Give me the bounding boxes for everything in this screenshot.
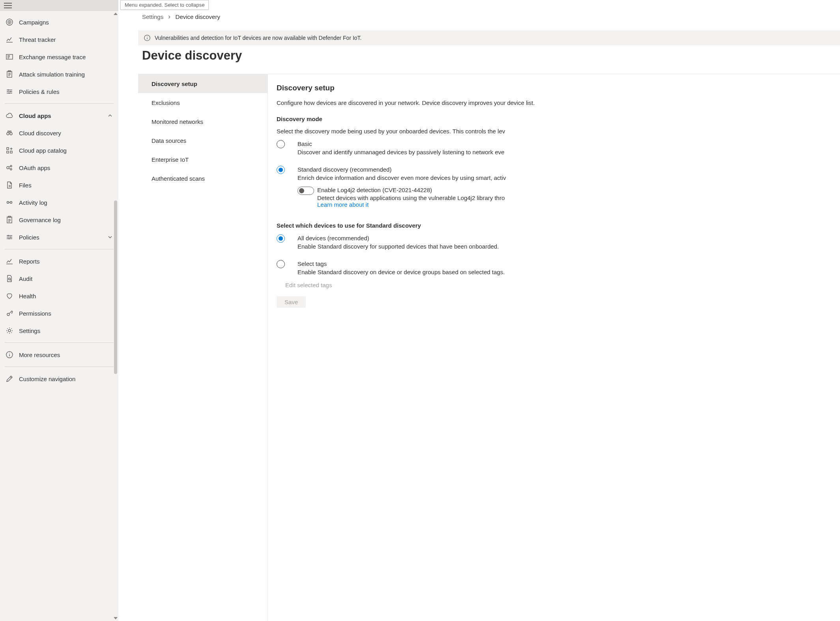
mode-basic-radio[interactable] xyxy=(277,140,285,148)
selector-tags-row: Select tags Enable Standard discovery on… xyxy=(277,260,840,275)
sidebar-item-label: Attack simulation training xyxy=(19,71,85,78)
sidebar-item-cloud-apps[interactable]: Cloud apps xyxy=(0,107,118,124)
oauth-icon xyxy=(6,164,13,172)
sidebar-item-oauth-apps[interactable]: OAuth apps xyxy=(0,159,118,176)
scroll-down-arrow[interactable] xyxy=(114,617,118,619)
sidebar-item-files[interactable]: Files xyxy=(0,176,118,194)
sidebar-item-threat-tracker[interactable]: Threat tracker xyxy=(0,31,118,48)
chart-line-icon xyxy=(6,36,13,43)
sidebar-item-label: Reports xyxy=(19,258,40,265)
info-banner-text: Vulnerabilities and detection for IoT de… xyxy=(155,35,362,41)
detail-heading: Discovery setup xyxy=(277,84,840,92)
selector-tags-title: Select tags xyxy=(297,260,505,267)
sidebar-item-label: Policies & rules xyxy=(19,88,60,95)
sidebar-item-label: Files xyxy=(19,182,32,189)
mode-basic-title: Basic xyxy=(297,140,504,147)
sidebar-item-policies[interactable]: Policies xyxy=(0,228,118,246)
discovery-mode-sub: Select the discovery mode being used by … xyxy=(277,128,840,135)
sidebar-item-policies-rules[interactable]: Policies & rules xyxy=(0,83,118,100)
clipboard-icon xyxy=(6,216,13,224)
file-icon xyxy=(6,181,13,189)
log4j-toggle[interactable] xyxy=(297,187,314,195)
log4j-row: Enable Log4j2 detection (CVE-2021-44228)… xyxy=(297,187,506,208)
chevron-up-icon xyxy=(107,113,113,118)
sidebar-item-label: Customize navigation xyxy=(19,376,75,382)
mode-standard-title: Standard discovery (recommended) xyxy=(297,166,506,173)
subnav-item-discovery-setup[interactable]: Discovery setup xyxy=(138,74,268,93)
sidebar-item-label: Cloud apps xyxy=(19,112,51,119)
sidebar-item-governance-log[interactable]: Governance log xyxy=(0,211,118,228)
sidebar-item-more-resources[interactable]: More resources xyxy=(0,346,118,363)
exchange-icon xyxy=(6,53,13,61)
sidebar-item-customize-navigation[interactable]: Customize navigation xyxy=(0,370,118,387)
sidebar-item-exchange-message-trace[interactable]: Exchange message trace xyxy=(0,48,118,65)
mode-standard-desc: Enrich device information and discover e… xyxy=(297,174,506,181)
grid-plus-icon xyxy=(6,146,13,154)
sidebar-item-activity-log[interactable]: Activity log xyxy=(0,194,118,211)
log4j-learn-more-link[interactable]: Learn more about it xyxy=(317,201,369,208)
menu-collapse-tooltip[interactable]: Menu expanded. Select to collapse xyxy=(120,0,209,10)
target-icon xyxy=(6,18,13,26)
sidebar-item-attack-simulation-training[interactable]: Attack simulation training xyxy=(0,65,118,83)
breadcrumb: Settings Device discovery xyxy=(118,0,840,20)
sidebar-item-cloud-discovery[interactable]: Cloud discovery xyxy=(0,124,118,142)
sidebar-item-label: Health xyxy=(19,293,36,299)
chevron-right-icon xyxy=(167,15,172,19)
selector-heading: Select which devices to use for Standard… xyxy=(277,222,840,229)
nav-divider xyxy=(5,367,114,367)
edit-selected-tags-link: Edit selected tags xyxy=(285,282,332,288)
sidebar-item-health[interactable]: Health xyxy=(0,287,118,305)
selector-all-title: All devices (recommended) xyxy=(297,235,499,241)
binoculars-icon xyxy=(6,129,13,137)
detail-pane: Discovery setup Configure how devices ar… xyxy=(268,74,840,621)
sub-navigation: Discovery setupExclusionsMonitored netwo… xyxy=(138,74,268,621)
heart-icon xyxy=(6,292,13,300)
detail-intro: Configure how devices are discovered in … xyxy=(277,99,840,106)
sidebar-item-label: Settings xyxy=(19,327,40,334)
nav-divider xyxy=(5,342,114,343)
breadcrumb-root[interactable]: Settings xyxy=(142,13,163,20)
selector-all-row: All devices (recommended) Enable Standar… xyxy=(277,234,840,250)
sliders-icon xyxy=(6,88,13,95)
key-icon xyxy=(6,309,13,317)
subnav-item-monitored-networks[interactable]: Monitored networks xyxy=(138,112,268,131)
pencil-icon xyxy=(6,375,13,383)
chart-line-icon xyxy=(6,257,13,265)
subnav-item-authenticated-scans[interactable]: Authenticated scans xyxy=(138,169,268,188)
sidebar-item-reports[interactable]: Reports xyxy=(0,253,118,270)
sidebar-item-cloud-app-catalog[interactable]: Cloud app catalog xyxy=(0,142,118,159)
discovery-mode-heading: Discovery mode xyxy=(277,116,840,122)
subnav-item-data-sources[interactable]: Data sources xyxy=(138,131,268,150)
clipboard-list-icon xyxy=(6,70,13,78)
sidebar: CampaignsThreat trackerExchange message … xyxy=(0,0,118,621)
hamburger-menu-button[interactable] xyxy=(4,3,12,8)
sidebar-item-label: OAuth apps xyxy=(19,165,50,171)
file-search-icon xyxy=(6,275,13,282)
selector-all-desc: Enable Standard discovery for supported … xyxy=(297,243,499,250)
sidebar-item-audit[interactable]: Audit xyxy=(0,270,118,287)
sidebar-item-label: Activity log xyxy=(19,199,47,206)
scroll-thumb[interactable] xyxy=(114,200,117,374)
sidebar-item-label: Threat tracker xyxy=(19,36,56,43)
mode-standard-radio[interactable] xyxy=(277,166,285,174)
info-banner: Vulnerabilities and detection for IoT de… xyxy=(138,30,840,45)
subnav-item-exclusions[interactable]: Exclusions xyxy=(138,93,268,112)
sidebar-item-campaigns[interactable]: Campaigns xyxy=(0,13,118,31)
selector-all-radio[interactable] xyxy=(277,234,285,243)
main-content: Menu expanded. Select to collapse Settin… xyxy=(118,0,840,621)
sidebar-item-label: Audit xyxy=(19,275,32,282)
nav-divider xyxy=(5,249,114,249)
sidebar-item-label: Cloud app catalog xyxy=(19,147,67,154)
sidebar-item-settings[interactable]: Settings xyxy=(0,322,118,339)
sidebar-item-label: Campaigns xyxy=(19,19,49,26)
save-button[interactable]: Save xyxy=(277,296,306,308)
sidebar-item-permissions[interactable]: Permissions xyxy=(0,305,118,322)
selector-tags-radio[interactable] xyxy=(277,260,285,268)
breadcrumb-current: Device discovery xyxy=(176,13,220,20)
sidebar-item-label: More resources xyxy=(19,352,60,358)
scroll-up-arrow[interactable] xyxy=(114,13,118,15)
subnav-item-enterprise-iot[interactable]: Enterprise IoT xyxy=(138,150,268,169)
sidebar-item-label: Policies xyxy=(19,234,39,241)
selector-tags-desc: Enable Standard discovery on device or d… xyxy=(297,269,505,275)
sidebar-scrollbar[interactable] xyxy=(113,11,118,621)
